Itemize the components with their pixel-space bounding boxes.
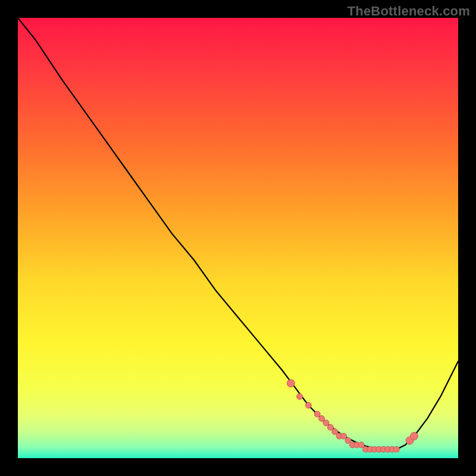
curve-marker	[345, 437, 351, 443]
chart-svg	[18, 18, 458, 458]
curve-marker	[332, 429, 338, 435]
curve-marker	[314, 411, 320, 417]
gradient-background	[18, 18, 458, 458]
curve-marker	[411, 433, 418, 440]
curve-marker	[341, 433, 347, 439]
curve-marker	[319, 415, 325, 421]
watermark-label: TheBottleneck.com	[347, 4, 470, 19]
curve-marker	[297, 393, 303, 399]
curve-marker	[305, 402, 311, 408]
curve-marker	[393, 446, 399, 452]
plot-area	[18, 18, 458, 458]
curve-marker	[287, 380, 295, 387]
curve-marker	[323, 420, 329, 426]
chart-frame: TheBottleneck.com	[0, 0, 476, 476]
curve-marker	[327, 424, 333, 430]
curve-marker	[358, 442, 364, 448]
